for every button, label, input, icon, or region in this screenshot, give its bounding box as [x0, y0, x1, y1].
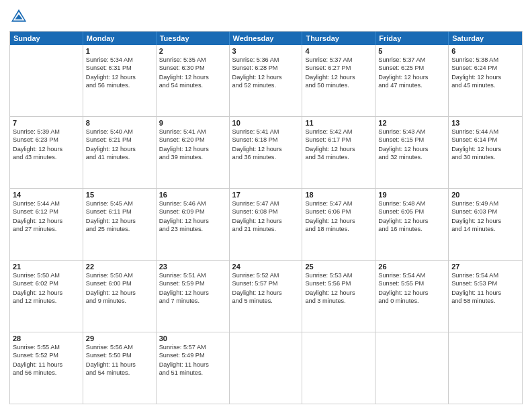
day-number: 14 — [13, 191, 80, 199]
calendar-cell — [375, 332, 449, 404]
daylight-text: Daylight: 12 hours — [86, 217, 153, 225]
calendar-cell: 11Sunrise: 5:42 AMSunset: 6:17 PMDayligh… — [302, 117, 375, 188]
daylight-minutes: and 34 minutes. — [305, 153, 372, 161]
calendar-header: SundayMondayTuesdayWednesdayThursdayFrid… — [10, 32, 522, 45]
daylight-minutes: and 52 minutes. — [232, 81, 300, 89]
daylight-text: Daylight: 12 hours — [451, 217, 519, 225]
daylight-minutes: and 56 minutes. — [13, 369, 80, 377]
day-number: 25 — [305, 263, 372, 271]
sunrise-text: Sunrise: 5:47 AM — [232, 199, 300, 208]
sunrise-text: Sunrise: 5:56 AM — [86, 343, 153, 351]
day-number: 21 — [13, 263, 80, 271]
daylight-text: Daylight: 12 hours — [13, 289, 80, 297]
sunset-text: Sunset: 6:25 PM — [378, 64, 445, 72]
daylight-text: Daylight: 12 hours — [159, 73, 226, 81]
calendar-cell: 14Sunrise: 5:44 AMSunset: 6:12 PMDayligh… — [10, 189, 83, 260]
calendar-cell: 6Sunrise: 5:38 AMSunset: 6:24 PMDaylight… — [449, 45, 522, 116]
sunset-text: Sunset: 6:20 PM — [159, 136, 226, 144]
sunset-text: Sunset: 6:14 PM — [451, 136, 519, 144]
daylight-minutes: and 30 minutes. — [451, 153, 519, 161]
calendar-cell: 13Sunrise: 5:44 AMSunset: 6:14 PMDayligh… — [449, 117, 522, 188]
daylight-text: Daylight: 12 hours — [378, 217, 445, 225]
sunrise-text: Sunrise: 5:45 AM — [86, 199, 153, 208]
sunset-text: Sunset: 5:57 PM — [232, 279, 300, 287]
daylight-text: Daylight: 12 hours — [232, 289, 300, 297]
day-number: 1 — [86, 47, 153, 55]
header-friday: Friday — [375, 32, 449, 45]
header-thursday: Thursday — [302, 32, 375, 45]
day-number: 12 — [378, 119, 445, 127]
sunrise-text: Sunrise: 5:57 AM — [159, 343, 226, 351]
sunset-text: Sunset: 5:52 PM — [13, 351, 80, 359]
daylight-text: Daylight: 12 hours — [86, 289, 153, 297]
day-number: 16 — [159, 191, 226, 199]
day-number: 30 — [159, 334, 226, 342]
sunrise-text: Sunrise: 5:43 AM — [378, 128, 445, 136]
day-number: 10 — [232, 119, 300, 127]
day-number: 29 — [86, 334, 153, 342]
sunrise-text: Sunrise: 5:50 AM — [13, 271, 80, 279]
day-number: 17 — [232, 191, 300, 199]
sunrise-text: Sunrise: 5:50 AM — [86, 271, 153, 279]
daylight-text: Daylight: 12 hours — [451, 145, 519, 153]
sunrise-text: Sunrise: 5:53 AM — [305, 271, 372, 279]
calendar-cell: 26Sunrise: 5:54 AMSunset: 5:55 PMDayligh… — [375, 261, 449, 332]
sunrise-text: Sunrise: 5:44 AM — [13, 199, 80, 208]
daylight-minutes: and 58 minutes. — [451, 297, 519, 305]
calendar-row-3: 14Sunrise: 5:44 AMSunset: 6:12 PMDayligh… — [10, 189, 522, 261]
calendar-cell: 24Sunrise: 5:52 AMSunset: 5:57 PMDayligh… — [230, 261, 303, 332]
calendar-cell: 18Sunrise: 5:47 AMSunset: 6:06 PMDayligh… — [302, 189, 375, 260]
calendar-cell: 27Sunrise: 5:54 AMSunset: 5:53 PMDayligh… — [449, 261, 522, 332]
daylight-minutes: and 32 minutes. — [378, 153, 445, 161]
daylight-text: Daylight: 12 hours — [378, 289, 445, 297]
sunrise-text: Sunrise: 5:35 AM — [159, 56, 226, 64]
sunset-text: Sunset: 6:30 PM — [159, 64, 226, 72]
sunrise-text: Sunrise: 5:34 AM — [86, 56, 153, 64]
calendar-cell — [10, 45, 83, 116]
sunset-text: Sunset: 6:18 PM — [232, 136, 300, 144]
daylight-text: Daylight: 12 hours — [378, 145, 445, 153]
day-number: 3 — [232, 47, 300, 55]
sunset-text: Sunset: 6:09 PM — [159, 208, 226, 216]
sunrise-text: Sunrise: 5:41 AM — [159, 128, 226, 136]
sunrise-text: Sunrise: 5:47 AM — [305, 199, 372, 208]
calendar-cell: 30Sunrise: 5:57 AMSunset: 5:49 PMDayligh… — [157, 332, 230, 404]
calendar-cell: 29Sunrise: 5:56 AMSunset: 5:50 PMDayligh… — [83, 332, 157, 404]
calendar-row-1: 1Sunrise: 5:34 AMSunset: 6:31 PMDaylight… — [10, 45, 522, 117]
daylight-minutes: and 12 minutes. — [13, 297, 80, 305]
sunset-text: Sunset: 6:28 PM — [232, 64, 300, 72]
calendar-cell: 23Sunrise: 5:51 AMSunset: 5:59 PMDayligh… — [157, 261, 230, 332]
day-number: 20 — [451, 191, 519, 199]
calendar-cell: 22Sunrise: 5:50 AMSunset: 6:00 PMDayligh… — [83, 261, 157, 332]
daylight-minutes: and 9 minutes. — [86, 297, 153, 305]
sunrise-text: Sunrise: 5:54 AM — [451, 271, 519, 279]
day-number: 2 — [159, 47, 226, 55]
header-sunday: Sunday — [10, 32, 83, 45]
calendar-cell: 12Sunrise: 5:43 AMSunset: 6:15 PMDayligh… — [375, 117, 449, 188]
sunrise-text: Sunrise: 5:52 AM — [232, 271, 300, 279]
daylight-text: Daylight: 12 hours — [305, 73, 372, 81]
day-number: 9 — [159, 119, 226, 127]
calendar-cell: 19Sunrise: 5:48 AMSunset: 6:05 PMDayligh… — [375, 189, 449, 260]
sunrise-text: Sunrise: 5:40 AM — [86, 128, 153, 136]
sunset-text: Sunset: 6:03 PM — [451, 208, 519, 216]
sunrise-text: Sunrise: 5:42 AM — [305, 128, 372, 136]
day-number: 8 — [86, 119, 153, 127]
calendar-cell: 7Sunrise: 5:39 AMSunset: 6:23 PMDaylight… — [10, 117, 83, 188]
calendar-cell — [230, 332, 303, 404]
calendar-cell: 3Sunrise: 5:36 AMSunset: 6:28 PMDaylight… — [230, 45, 303, 116]
sunrise-text: Sunrise: 5:51 AM — [159, 271, 226, 279]
daylight-minutes: and 51 minutes. — [159, 369, 226, 377]
day-number: 4 — [305, 47, 372, 55]
header-monday: Monday — [83, 32, 157, 45]
calendar-row-5: 28Sunrise: 5:55 AMSunset: 5:52 PMDayligh… — [10, 332, 522, 404]
sunrise-text: Sunrise: 5:55 AM — [13, 343, 80, 351]
daylight-minutes: and 23 minutes. — [159, 225, 226, 233]
calendar-cell — [449, 332, 522, 404]
calendar: SundayMondayTuesdayWednesdayThursdayFrid… — [9, 31, 523, 404]
sunset-text: Sunset: 6:05 PM — [378, 208, 445, 216]
calendar-cell: 5Sunrise: 5:37 AMSunset: 6:25 PMDaylight… — [375, 45, 449, 116]
sunrise-text: Sunrise: 5:48 AM — [378, 199, 445, 208]
day-number: 28 — [13, 334, 80, 342]
logo — [9, 7, 31, 26]
